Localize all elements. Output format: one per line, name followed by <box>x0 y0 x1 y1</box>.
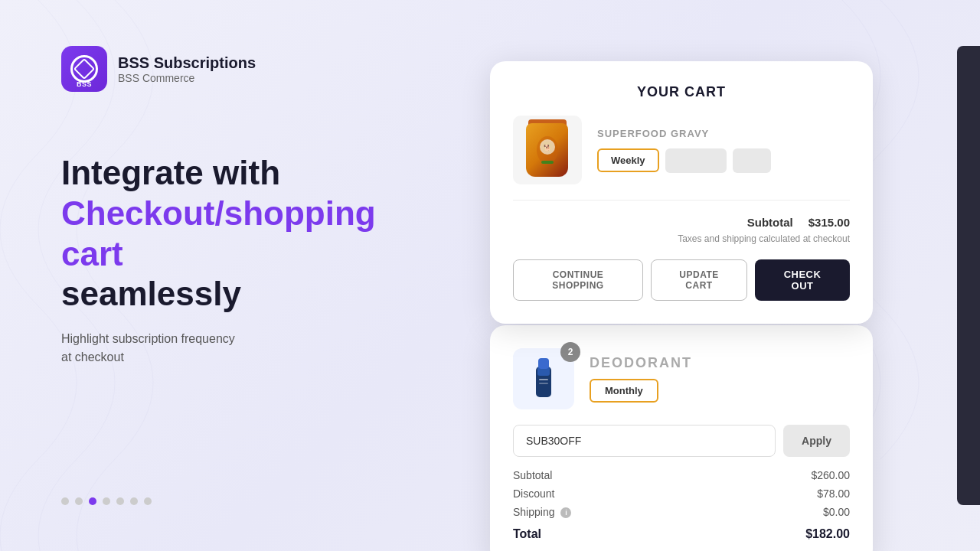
subtotal-price-label: Subtotal <box>513 469 552 481</box>
subheadline: Highlight subscription frequencyat check… <box>61 330 413 367</box>
subtotal-value: $315.00 <box>808 216 850 229</box>
weekly-freq-button[interactable]: Weekly <box>597 148 659 172</box>
deodorant-image: 2 <box>513 348 574 409</box>
cart-card: YOUR CART 🐕 <box>490 61 873 324</box>
deodorant-name: DEODORANT <box>590 355 850 371</box>
subtotal-price-value: $260.00 <box>811 469 850 481</box>
dot-6[interactable] <box>130 497 138 505</box>
freq-placeholder-1 <box>665 148 727 173</box>
device-frame <box>957 46 980 505</box>
total-label: Total <box>513 527 541 541</box>
discount-price-row: Discount $78.00 <box>513 487 850 500</box>
tax-note: Taxes and shipping calculated at checkou… <box>513 233 850 244</box>
shipping-value: $0.00 <box>823 506 850 518</box>
subtotal-label: Subtotal <box>747 216 793 229</box>
frequency-buttons: Weekly <box>597 148 850 173</box>
logo-bss-label: BSS <box>77 80 92 88</box>
product-image: 🐕 <box>513 116 582 184</box>
checkout-button[interactable]: CHECK OUT <box>755 259 850 301</box>
bag-body: 🐕 <box>526 123 568 177</box>
left-panel: BSS BSS Subscriptions BSS Commerce Integ… <box>0 0 475 551</box>
coupon-input[interactable] <box>513 425 776 457</box>
logo-text-area: BSS Subscriptions BSS Commerce <box>118 54 256 84</box>
cart-item-details: SUPERFOOD GRAVY Weekly <box>597 128 850 173</box>
svg-rect-8 <box>539 379 548 380</box>
shipping-price-row: Shipping i $0.00 <box>513 506 850 518</box>
headline-line3: seamlessly <box>61 275 241 312</box>
coupon-row: Apply <box>513 425 850 457</box>
subtotal-price-row: Subtotal $260.00 <box>513 469 850 481</box>
monthly-freq-button[interactable]: Monthly <box>590 379 658 403</box>
headline-line2: Checkout/shopping cart <box>61 194 376 272</box>
dot-1[interactable] <box>61 497 69 505</box>
headline-line1: Integrate with <box>61 154 280 191</box>
total-price-row: Total $182.00 <box>513 527 850 541</box>
svg-rect-7 <box>538 358 549 369</box>
svg-text:🐕: 🐕 <box>544 144 551 152</box>
cart-item-row: 🐕 SUPERFOOD GRAVY Weekly <box>513 116 850 201</box>
item-badge: 2 <box>560 342 580 362</box>
continue-shopping-button[interactable]: CONTINUE SHOPPING <box>513 259 643 301</box>
main-headline: Integrate with Checkout/shopping cart se… <box>61 153 413 315</box>
second-item-details: DEODORANT Monthly <box>590 355 850 403</box>
pagination-dots <box>61 497 413 505</box>
dot-4[interactable] <box>103 497 110 505</box>
freq-placeholder-2 <box>733 148 771 173</box>
discount-value: $78.00 <box>817 487 850 500</box>
logo-icon: BSS <box>61 46 107 92</box>
right-panel: YOUR CART 🐕 <box>475 0 980 551</box>
dot-3-active[interactable] <box>89 497 96 505</box>
svg-rect-4 <box>541 161 554 164</box>
cart-title: YOUR CART <box>513 84 850 100</box>
update-cart-button[interactable]: UPDATE CART <box>651 259 747 301</box>
apply-coupon-button[interactable]: Apply <box>783 425 850 457</box>
logo-icon-inner <box>70 55 98 83</box>
price-breakdown: Subtotal $260.00 Discount $78.00 Shippin… <box>513 469 850 541</box>
product-name: SUPERFOOD GRAVY <box>597 128 850 139</box>
logo-title: BSS Subscriptions <box>118 54 256 72</box>
discount-label: Discount <box>513 487 554 500</box>
product-bag-icon: 🐕 <box>521 119 574 181</box>
shipping-info-icon[interactable]: i <box>560 507 571 518</box>
second-cart-card: 2 DEODORANT Monthly Apply <box>490 325 873 551</box>
logo-subtitle: BSS Commerce <box>118 72 256 84</box>
shipping-label: Shipping i <box>513 506 571 518</box>
second-card-item: 2 DEODORANT Monthly <box>513 348 850 409</box>
dot-7[interactable] <box>144 497 152 505</box>
svg-rect-9 <box>539 383 548 384</box>
logo-area: BSS BSS Subscriptions BSS Commerce <box>61 46 413 92</box>
dot-5[interactable] <box>116 497 124 505</box>
subtotal-row: Subtotal $315.00 <box>513 216 850 229</box>
dot-2[interactable] <box>75 497 83 505</box>
total-value: $182.00 <box>805 527 850 541</box>
cart-actions: CONTINUE SHOPPING UPDATE CART CHECK OUT <box>513 259 850 301</box>
